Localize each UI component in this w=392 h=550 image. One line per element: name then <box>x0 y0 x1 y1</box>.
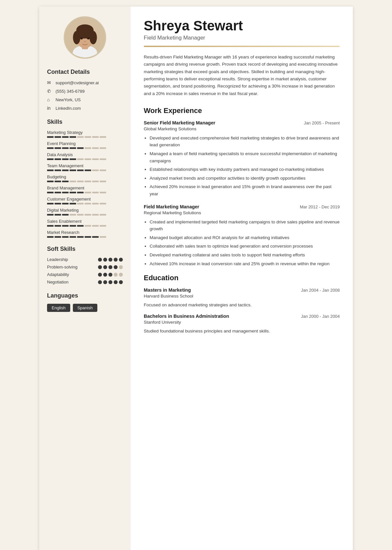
phone-value: (555) 345-6789 <box>56 89 85 94</box>
soft-skill-dots <box>98 273 123 277</box>
skill-name: Digital Marketing <box>47 208 123 213</box>
svg-point-8 <box>80 38 83 40</box>
soft-skill-dot <box>119 265 123 269</box>
job-bullets: Created and implemented targeted field m… <box>144 218 340 267</box>
skill-bar <box>47 136 123 138</box>
skill-segment <box>77 203 84 204</box>
contact-section-title: Contact Details <box>47 69 123 75</box>
skill-segment <box>92 181 99 182</box>
skill-segment <box>62 170 69 171</box>
edu-description: Focused on advanced marketing strategies… <box>144 302 340 308</box>
skill-bar <box>47 225 123 227</box>
skill-segment <box>70 225 76 227</box>
skill-segment <box>92 214 99 216</box>
skill-segment <box>85 147 91 149</box>
skill-item: Market Research <box>47 230 123 238</box>
soft-skill-dots <box>98 258 123 262</box>
language-tags: EnglishSpanish <box>47 304 123 312</box>
location-icon: ⌂ <box>47 97 53 102</box>
education-title: Education <box>144 274 340 282</box>
skill-item: Data Analysis <box>47 152 123 160</box>
job-bullet: Managed budget allocation and ROI analys… <box>150 234 340 241</box>
skill-name: Sales Enablement <box>47 219 123 224</box>
skill-segment <box>62 203 69 204</box>
skill-segment <box>70 136 76 138</box>
soft-skill-name: Problem-solving <box>47 265 77 269</box>
edu-degree: Masters in Marketing <box>144 287 191 293</box>
skill-bar <box>47 236 123 238</box>
soft-skill-item: Leadership <box>47 257 123 262</box>
skill-item: Team Management <box>47 163 123 171</box>
skill-segment <box>62 214 69 216</box>
job-bullet: Developed and executed comprehensive fie… <box>150 135 340 149</box>
soft-skill-item: Problem-solving <box>47 265 123 269</box>
skills-section-title: Skills <box>47 119 123 125</box>
job-dates: Mar 2012 - Dec 2019 <box>300 204 340 209</box>
skill-segment <box>85 225 91 227</box>
job-title: Field Marketing Manager <box>144 204 199 209</box>
education-item: Masters in MarketingJan 2004 - Jan 2008H… <box>144 287 340 308</box>
skill-segment <box>47 181 54 182</box>
soft-skill-dot <box>108 265 112 269</box>
skill-segment <box>70 214 76 216</box>
soft-skill-name: Leadership <box>47 257 68 262</box>
skill-bar <box>47 158 123 160</box>
avatar <box>64 16 106 59</box>
education-list: Masters in MarketingJan 2004 - Jan 2008H… <box>144 287 340 335</box>
avatar-container <box>47 16 123 59</box>
skill-segment <box>55 225 61 227</box>
skill-segment <box>47 192 54 193</box>
education-item: Bachelors in Business AdministrationJan … <box>144 314 340 334</box>
skill-name: Budgeting <box>47 174 123 179</box>
job-bullets: Developed and executed comprehensive fie… <box>144 135 340 198</box>
soft-skill-dot <box>108 273 112 277</box>
skill-segment <box>100 158 106 160</box>
skill-segment <box>62 225 69 227</box>
skill-item: Event Planning <box>47 141 123 149</box>
skill-name: Event Planning <box>47 141 123 146</box>
soft-skill-dot <box>119 280 123 284</box>
skill-segment <box>70 147 76 149</box>
skill-item: Budgeting <box>47 174 123 182</box>
edu-school: Stanford University <box>144 320 340 325</box>
skill-segment <box>47 147 54 149</box>
job-bullet: Achieved 20% increase in lead generation… <box>150 183 340 197</box>
soft-skill-item: Adaptability <box>47 272 123 277</box>
svg-rect-7 <box>76 29 94 39</box>
soft-skill-dot <box>98 265 102 269</box>
skill-bar <box>47 170 123 171</box>
job-company: Global Marketing Solutions <box>144 126 340 131</box>
skill-segment <box>62 192 69 193</box>
language-tag: Spanish <box>73 304 97 312</box>
edu-dates: Jan 2004 - Jan 2008 <box>301 288 340 293</box>
languages-section-title: Languages <box>47 292 123 299</box>
skill-name: Market Research <box>47 230 123 235</box>
job-bullet: Managed a team of field marketing specia… <box>150 150 340 164</box>
linkedin-icon: in <box>47 105 53 111</box>
edu-description: Studied foundational business principles… <box>144 328 340 334</box>
skill-segment <box>92 136 99 138</box>
skill-segment <box>100 192 106 193</box>
language-tag: English <box>47 304 70 312</box>
contact-location: ⌂ NewYork, US <box>47 97 123 102</box>
linkedin-value: LinkedIn.com <box>56 106 81 111</box>
summary-text: Results-driven Field Marketing Manager w… <box>144 54 340 97</box>
skill-segment <box>47 136 54 138</box>
skill-item: Brand Management <box>47 186 123 193</box>
soft-skill-dot <box>103 280 107 284</box>
soft-skill-dot <box>103 273 107 277</box>
skill-segment <box>85 170 91 171</box>
skill-segment <box>55 236 61 238</box>
skill-segment <box>100 236 106 238</box>
skills-list: Marketing StrategyEvent PlanningData Ana… <box>47 130 123 238</box>
contact-phone: ✆ (555) 345-6789 <box>47 89 123 94</box>
skill-segment <box>70 236 76 238</box>
sidebar: Contact Details ✉ support@cvdesigner.ai … <box>39 7 131 550</box>
skill-bar <box>47 192 123 193</box>
skill-segment <box>92 192 99 193</box>
email-icon: ✉ <box>47 80 53 85</box>
skill-segment <box>70 158 76 160</box>
soft-skill-dot <box>98 280 102 284</box>
skill-segment <box>70 170 76 171</box>
skill-bar <box>47 147 123 149</box>
